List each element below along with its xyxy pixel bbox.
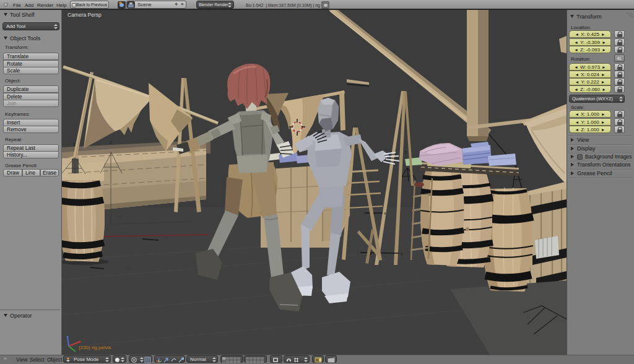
svg-text:z: z [73, 142, 76, 146]
svg-text:x: x [384, 211, 386, 215]
svg-text:z: z [110, 140, 112, 144]
svg-text:z: z [404, 150, 407, 154]
svg-text:x: x [401, 251, 403, 256]
